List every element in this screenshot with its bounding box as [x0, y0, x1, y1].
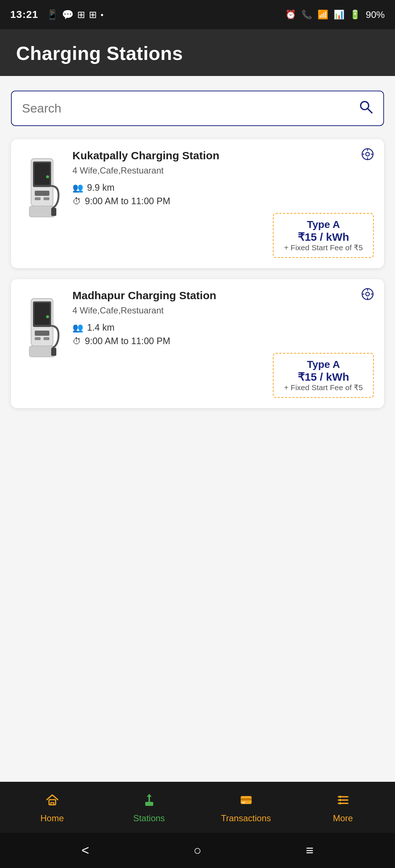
svg-point-43	[339, 799, 341, 801]
home-button[interactable]: ○	[193, 843, 202, 858]
svg-point-42	[339, 796, 341, 798]
svg-rect-20	[35, 331, 49, 336]
search-icon[interactable]	[358, 99, 373, 117]
station-name: Kukatpally Charging Station	[72, 149, 361, 162]
pricing-note: + Fixed Start Fee of ₹5	[284, 243, 363, 252]
amenities: 4 Wife,Cafe,Restuarant	[72, 305, 374, 316]
content-spacer	[0, 453, 395, 782]
pricing-box: Type A ₹15 / kWh + Fixed Start Fee of ₹5	[273, 213, 374, 258]
svg-rect-8	[29, 206, 55, 217]
pricing-rate: ₹15 / kWh	[284, 231, 363, 243]
svg-rect-22	[44, 337, 49, 340]
distance-item: 👥 9.9 km	[72, 182, 374, 193]
transactions-icon	[239, 793, 253, 810]
stations-icon	[142, 793, 156, 810]
main-content: Kukatpally Charging Station	[0, 76, 395, 453]
phone-icon: 📞	[301, 9, 312, 20]
pricing-type: Type A	[284, 359, 363, 370]
svg-rect-38	[242, 802, 245, 803]
svg-rect-23	[29, 346, 55, 357]
person-icon: 👥	[72, 323, 83, 333]
svg-rect-6	[35, 197, 41, 200]
svg-rect-35	[145, 802, 153, 806]
svg-point-10	[46, 175, 49, 178]
status-time: 13:21	[10, 9, 38, 20]
hours-item: ⏱ 9:00 AM to 11:00 PM	[72, 196, 374, 206]
back-button[interactable]: <	[82, 843, 89, 858]
header: Charging Stations	[0, 29, 395, 76]
clock-icon: ⏱	[72, 336, 81, 346]
station-card[interactable]: Madhapur Charging Station	[11, 279, 384, 408]
alarm-icon: ⏰	[285, 9, 296, 20]
hours: 9:00 AM to 11:00 PM	[85, 196, 170, 206]
svg-point-25	[46, 315, 49, 318]
nav-item-home[interactable]: Home	[4, 793, 101, 823]
more-label: More	[333, 813, 353, 823]
location-icon[interactable]	[361, 288, 374, 303]
home-icon	[45, 793, 59, 810]
pricing-section: Type A ₹15 / kWh + Fixed Start Fee of ₹5	[72, 353, 374, 398]
svg-rect-19	[34, 303, 50, 325]
svg-rect-7	[44, 197, 49, 200]
wifi-icon: 📶	[317, 9, 328, 20]
svg-rect-9	[51, 208, 56, 216]
more-icon	[336, 793, 350, 810]
search-bar[interactable]	[11, 91, 384, 126]
distance: 9.9 km	[87, 182, 114, 193]
meta-row: 👥 9.9 km ⏱ 9:00 AM to 11:00 PM	[72, 182, 374, 206]
grid-icon: ⊞	[77, 9, 85, 20]
svg-rect-21	[35, 337, 41, 340]
battery-icon: 🔋	[350, 9, 361, 20]
svg-marker-34	[147, 794, 152, 797]
svg-point-27	[366, 292, 369, 296]
status-bar: 13:21 📱 💬 ⊞ ⊞ ● ⏰ 📞 📶 📊 🔋 90%	[0, 0, 395, 29]
hours-item: ⏱ 9:00 AM to 11:00 PM	[72, 336, 374, 346]
stations-list: Kukatpally Charging Station	[11, 139, 384, 408]
hours: 9:00 AM to 11:00 PM	[85, 336, 170, 346]
amenities: 4 Wife,Cafe,Restuarant	[72, 165, 374, 176]
bottom-nav: Home Stations Transactions	[0, 782, 395, 833]
card-info: Madhapur Charging Station	[72, 289, 374, 398]
pricing-type: Type A	[284, 219, 363, 231]
station-name: Madhapur Charging Station	[72, 289, 361, 302]
svg-rect-37	[241, 798, 252, 800]
clock-icon: ⏱	[72, 196, 81, 206]
distance: 1.4 km	[87, 322, 114, 333]
message-icon: 💬	[62, 9, 74, 20]
dot-icon: ●	[101, 12, 104, 18]
distance-item: 👥 1.4 km	[72, 322, 374, 333]
svg-line-1	[368, 108, 372, 113]
station-image	[18, 149, 66, 222]
svg-point-12	[366, 152, 369, 156]
svg-rect-5	[35, 191, 49, 196]
station-card[interactable]: Kukatpally Charging Station	[11, 139, 384, 268]
svg-rect-4	[34, 163, 50, 185]
card-info: Kukatpally Charging Station	[72, 149, 374, 258]
nav-item-transactions[interactable]: Transactions	[198, 793, 294, 823]
transactions-label: Transactions	[221, 813, 271, 823]
person-icon: 👥	[72, 183, 83, 193]
menu-button[interactable]: ≡	[306, 843, 313, 858]
pricing-box: Type A ₹15 / kWh + Fixed Start Fee of ₹5	[273, 353, 374, 398]
home-label: Home	[40, 813, 64, 823]
pricing-note: + Fixed Start Fee of ₹5	[284, 383, 363, 392]
signal-icon: 📊	[334, 9, 345, 20]
search-input[interactable]	[22, 101, 358, 115]
grid2-icon: ⊞	[89, 9, 97, 20]
nav-item-more[interactable]: More	[294, 793, 391, 823]
stations-label: Stations	[133, 813, 165, 823]
nav-item-stations[interactable]: Stations	[101, 793, 198, 823]
svg-rect-24	[51, 348, 56, 356]
battery-level: 90%	[366, 9, 385, 20]
station-image	[18, 289, 66, 362]
pricing-section: Type A ₹15 / kWh + Fixed Start Fee of ₹5	[72, 213, 374, 258]
page-title: Charging Stations	[16, 42, 379, 64]
location-icon[interactable]	[361, 148, 374, 163]
meta-row: 👥 1.4 km ⏱ 9:00 AM to 11:00 PM	[72, 322, 374, 346]
android-nav-bar: < ○ ≡	[0, 833, 395, 868]
svg-point-44	[339, 802, 341, 804]
whatsapp-icon: 📱	[46, 9, 58, 20]
pricing-rate: ₹15 / kWh	[284, 370, 363, 383]
